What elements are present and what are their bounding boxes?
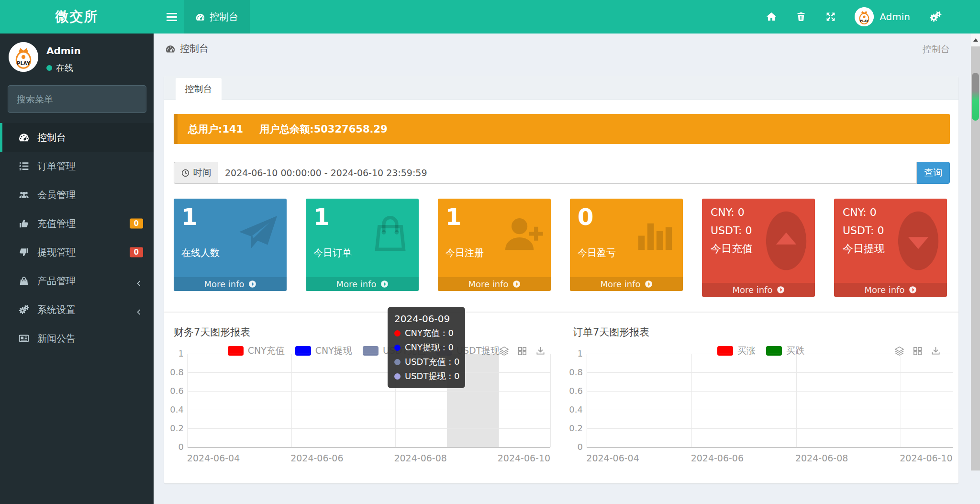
thumbs-down-icon xyxy=(18,246,30,258)
sidebar-toggle-button[interactable] xyxy=(160,0,184,34)
arrow-circle-right-icon xyxy=(380,280,389,288)
bar-chart-icon xyxy=(632,211,677,257)
tooltip-row: CNY提现 : 0 xyxy=(394,340,458,355)
gears-icon xyxy=(18,304,30,315)
fullscreen-icon[interactable] xyxy=(825,11,836,22)
more-info-label: More info xyxy=(468,279,508,289)
stat-card-today-deposits: CNY: 0 USDT: 0 今日充值 More info xyxy=(702,199,815,297)
breadcrumb-right: 控制台 xyxy=(923,43,950,56)
more-info-label: More info xyxy=(600,279,640,289)
stat-card-today-withdrawals: CNY: 0 USDT: 0 今日提现 More info xyxy=(834,199,947,297)
x-axis-tick-label: 2024-06-04 xyxy=(572,453,654,463)
y-axis-tick-label: 0 xyxy=(165,442,184,452)
y-axis-tick-label: 0.8 xyxy=(165,367,184,377)
more-info-link[interactable]: More info xyxy=(834,283,947,297)
scroll-up-button[interactable] xyxy=(971,34,980,46)
more-info-link[interactable]: More info xyxy=(438,277,551,291)
tooltip-row-text: USDT提现 : 0 xyxy=(405,370,459,382)
sidebar-item-0[interactable]: 控制台 xyxy=(0,123,154,152)
chart-title: 财务7天图形报表 xyxy=(174,325,250,339)
tooltip-row: CNY充值 : 0 xyxy=(394,326,458,340)
sidebar-item-5[interactable]: 产品管理 xyxy=(0,267,154,295)
tab-dashboard[interactable]: 控制台 xyxy=(176,78,222,100)
series-dot xyxy=(394,359,401,365)
thumbs-up-icon xyxy=(18,218,30,229)
banner-edge xyxy=(174,114,178,144)
sidebar-item-2[interactable]: 会员管理 xyxy=(0,180,154,209)
sidebar-item-label: 会员管理 xyxy=(37,189,76,202)
brand-logo[interactable]: 微交所 xyxy=(0,0,154,34)
query-button[interactable]: 查询 xyxy=(917,162,950,184)
sidebar-item-3[interactable]: 充值管理0 xyxy=(0,209,154,238)
chart-plot[interactable] xyxy=(587,354,953,448)
y-axis-tick-label: 0 xyxy=(564,442,583,452)
navbar-tab-dashboard[interactable]: 控制台 xyxy=(184,0,250,34)
sidebar-item-label: 充值管理 xyxy=(37,217,76,230)
sidebar-item-7[interactable]: 新闻公告 xyxy=(0,324,154,353)
finance-chart: 财务7天图形报表 CNY充值CNY提现USDT充值USDT提现 00.20.40… xyxy=(164,317,563,483)
y-axis-tick-label: 0.4 xyxy=(564,404,583,414)
sidebar-search xyxy=(8,85,146,113)
paper-plane-icon xyxy=(235,211,281,257)
more-info-link[interactable]: More info xyxy=(570,277,683,291)
x-axis-tick-label: 2024-06-06 xyxy=(677,453,758,463)
caret-down-circle-icon xyxy=(896,207,940,274)
more-info-link[interactable]: More info xyxy=(702,283,815,297)
more-info-label: More info xyxy=(204,279,244,289)
sidebar-item-6[interactable]: 系统设置 xyxy=(0,295,154,324)
tooltip-row-text: CNY提现 : 0 xyxy=(405,342,454,353)
time-label: 时间 xyxy=(174,162,218,184)
users-icon xyxy=(18,189,30,201)
tooltip-row-text: CNY充值 : 0 xyxy=(405,327,454,339)
tooltip-row-text: USDT充值 : 0 xyxy=(405,356,459,368)
stat-cards-row: 1 在线人数 More info 1 今日订单 xyxy=(174,199,947,297)
date-range-input[interactable] xyxy=(218,162,917,184)
x-axis-tick-label: 2024-06-08 xyxy=(781,453,862,463)
newspaper-icon xyxy=(18,333,30,344)
stat-card-today-pnl: 0 今日盈亏 More info xyxy=(570,199,683,291)
gauge-icon xyxy=(195,12,205,22)
navbar-tab-label: 控制台 xyxy=(210,11,238,23)
gauge-icon xyxy=(18,132,30,143)
settings-gears-icon[interactable] xyxy=(928,10,943,23)
more-info-label: More info xyxy=(732,285,772,295)
avatar: PLAY xyxy=(855,7,874,26)
stat-card-today-orders: 1 今日订单 More info xyxy=(306,199,419,291)
trash-icon[interactable] xyxy=(795,11,807,22)
search-input[interactable] xyxy=(8,94,138,104)
y-axis-tick-label: 1 xyxy=(564,348,583,358)
more-info-link[interactable]: More info xyxy=(306,277,419,291)
x-axis-tick-label: 2024-06-06 xyxy=(276,453,357,463)
series-dot xyxy=(394,345,401,351)
user-menu[interactable]: PLAY Admin xyxy=(855,7,910,26)
home-icon[interactable] xyxy=(766,11,777,22)
chart-plot[interactable] xyxy=(188,354,550,448)
svg-text:PLAY: PLAY xyxy=(860,19,869,23)
series-dot xyxy=(394,373,401,380)
x-axis-tick-label: 2024-06-10 xyxy=(483,453,565,463)
tooltip-date: 2024-06-09 xyxy=(394,312,458,326)
section-divider xyxy=(164,312,958,313)
chevron-left-icon xyxy=(135,278,142,284)
count-badge: 0 xyxy=(130,219,143,229)
sidebar-item-4[interactable]: 提现管理0 xyxy=(0,238,154,267)
sidebar-item-label: 提现管理 xyxy=(37,246,76,259)
avatar: PLAY xyxy=(9,42,38,72)
y-axis-tick-label: 0.8 xyxy=(564,367,583,377)
chevron-left-icon xyxy=(135,306,142,313)
sidebar-item-1[interactable]: 订单管理 xyxy=(0,152,154,180)
arrow-circle-right-icon xyxy=(645,280,653,288)
search-icon[interactable] xyxy=(138,94,138,104)
more-info-link[interactable]: More info xyxy=(174,277,287,291)
scrollbar-thumb[interactable] xyxy=(972,73,979,121)
shopping-bag-icon xyxy=(368,211,413,257)
orders-chart: 订单7天图形报表 买涨买跌 00.20.40.60.812024-06-0420… xyxy=(563,317,958,483)
tooltip-row: USDT充值 : 0 xyxy=(394,355,458,369)
sidebar-username: Admin xyxy=(46,45,81,56)
vertical-scrollbar[interactable] xyxy=(971,34,980,470)
online-status-label: 在线 xyxy=(56,62,73,74)
y-axis-tick-label: 1 xyxy=(165,348,184,358)
navbar-actions: PLAY Admin xyxy=(766,0,943,34)
series-dot xyxy=(394,330,401,336)
online-status: 在线 xyxy=(46,62,81,74)
